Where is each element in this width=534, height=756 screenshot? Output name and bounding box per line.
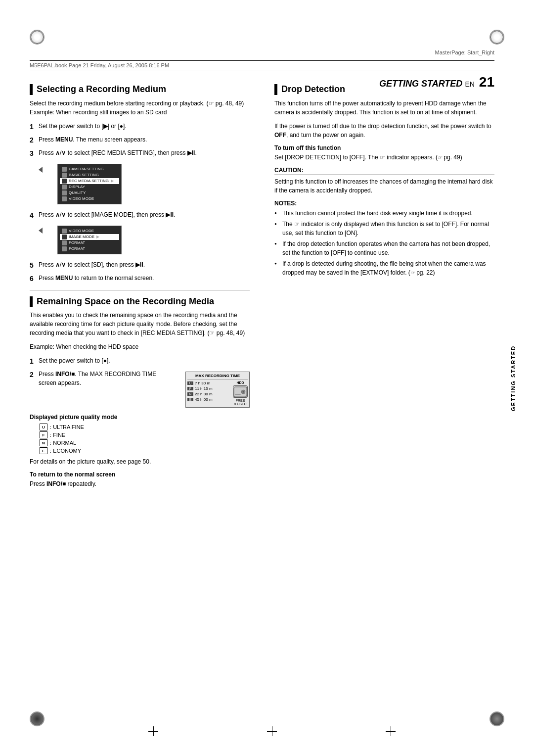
step-text-4: Press ∧/∨ to select [IMAGE MODE], then p… (39, 210, 250, 221)
step-num-1: 1 (30, 122, 37, 132)
recording-screen: MAX RECORDING TIME U 7 h 30 m F (185, 372, 250, 408)
menu-item-video2: VIDEO MODE (60, 228, 119, 234)
note-item-2: If the drop detection function operates … (274, 239, 494, 257)
step-text-3: Press ∧/∨ to select [REC MEDIA SETTING],… (39, 148, 250, 159)
note-item-1: The ☞ indicator is only displayed when t… (274, 220, 494, 237)
step-4: 4 Press ∧/∨ to select [IMAGE MODE], then… (30, 210, 250, 221)
caution-text: Setting this function to off increases t… (274, 177, 494, 195)
step-s2-num-1: 1 (30, 356, 37, 367)
rec-label-e: E (187, 398, 193, 401)
quality-label-e: : ECONOMY (50, 448, 81, 454)
to-turn-off-title: To turn off this function (274, 144, 494, 151)
step-4-block: 4 Press ∧/∨ to select [IMAGE MODE], then… (30, 210, 250, 256)
corner-decoration-br (490, 711, 504, 726)
hdd-graphic: HDD FREE (233, 381, 248, 406)
menu-item-image-mode: IMAGE MODE▶ (60, 234, 119, 240)
hdd-used-label: 8 USED (234, 402, 246, 406)
rec-time-n: 22 h 30 m (195, 392, 213, 396)
step-text-2: Press MENU. The menu screen appears. (39, 135, 250, 145)
step-s2-text-1: Set the power switch to [●]. (39, 356, 250, 367)
quality-icon-e: E (40, 447, 47, 454)
step-text-6: Press MENU to return to the normal scree… (39, 274, 250, 284)
recording-row-1: F 11 h 15 m (187, 386, 230, 391)
step-6: 6 Press MENU to return to the normal scr… (30, 274, 250, 284)
step-s2-num-2: 2 (30, 370, 37, 387)
screen-body: U 7 h 30 m F 11 h 15 m N (187, 381, 248, 406)
section2-intro: This enables you to check the remaining … (30, 311, 250, 337)
section-drop-detection: Drop Detection This function turns off t… (274, 84, 494, 277)
hdd-free-label: FREE (236, 399, 245, 402)
menu-item-display: DISPLAY (60, 184, 119, 190)
menu-item-camera: CAMERA SETTING (60, 166, 119, 172)
quality-label-n: : NORMAL (50, 440, 76, 446)
section-selecting-recording-medium: Selecting a Recording Medium Select the … (30, 84, 250, 284)
section2-example: Example: When checking the HDD space (30, 342, 250, 351)
screen-title: MAX RECORDING TIME (187, 374, 248, 379)
menu-item-basic: BASIC SETTING (60, 172, 119, 178)
step-text-5: Press ∧/∨ to select [SD], then press ▶II… (39, 260, 250, 271)
quality-fine: F : FINE (40, 431, 250, 438)
caution-box: CAUTION: Setting this function to off in… (274, 167, 494, 195)
rec-label-u: U (187, 381, 193, 385)
quality-label-u: : ULTRA FINE (50, 424, 84, 430)
quality-label-f: : FINE (50, 432, 65, 438)
corner-decoration-tl (30, 30, 44, 45)
section1-intro: Select the recording medium before start… (30, 99, 250, 117)
right-column: Drop Detection This function turns off t… (272, 84, 494, 707)
rec-time-u: 7 h 30 m (195, 381, 210, 385)
menu-screenshot-1: CAMERA SETTING BASIC SETTING REC MEDIA S… (57, 164, 122, 204)
menu-item-format2: FORMAT (60, 246, 119, 252)
quality-note: For details on the picture quality, see … (30, 457, 250, 466)
quality-ultra-fine: U : ULTRA FINE (40, 424, 250, 430)
step-3: 3 Press ∧/∨ to select [REC MEDIA SETTING… (30, 148, 250, 159)
section-remaining-space: Remaining Space on the Recording Media T… (30, 296, 250, 489)
step-s2-2-block: 2 Press INFO/■. The MAX RECORDING TIME s… (30, 370, 250, 410)
corner-decoration-tr (490, 30, 504, 45)
svg-point-2 (243, 391, 244, 392)
quality-icon-n: N (40, 439, 47, 446)
rec-label-n: N (187, 392, 193, 396)
step-num-4: 4 (30, 210, 37, 221)
svg-rect-3 (235, 394, 241, 395)
step-num-5: 5 (30, 260, 37, 271)
recording-row-0: U 7 h 30 m (187, 381, 230, 385)
note-item-0: This function cannot protect the hard di… (274, 209, 494, 218)
recording-rows: U 7 h 30 m F 11 h 15 m N (187, 381, 230, 406)
step-1: 1 Set the power switch to [▶] or [●]. (30, 122, 250, 132)
step-s2-2: 2 Press INFO/■. The MAX RECORDING TIME s… (30, 370, 171, 387)
file-info-bar: M5E6PAL.book Page 21 Friday, August 26, … (30, 60, 494, 70)
menu-item-quality: QUALITY (60, 190, 119, 196)
page-container: MasterPage: Start_Right M5E6PAL.book Pag… (0, 0, 534, 756)
menu-item-format1: FORMAT (60, 240, 119, 246)
displayed-picture-label: Displayed picture quality mode (30, 414, 250, 421)
recording-row-3: E 45 h 00 m (187, 397, 230, 402)
quality-normal: N : NORMAL (40, 439, 250, 446)
sidebar-vertical-text: GETTING STARTED (507, 99, 519, 657)
drop-detection-body: If the power is turned off due to the dr… (274, 122, 494, 140)
master-page-label: MasterPage: Start_Right (435, 49, 494, 55)
section-divider (30, 290, 250, 290)
section1-title: Selecting a Recording Medium (30, 84, 250, 95)
note-item-3: If a drop is detected during shooting, t… (274, 259, 494, 277)
step-num-2: 2 (30, 135, 37, 145)
content-area: Selecting a Recording Medium Select the … (30, 84, 494, 707)
step-s2-text-2: Press INFO/■. The MAX RECORDING TIME scr… (39, 370, 171, 387)
quality-modes: U : ULTRA FINE F : FINE N : NORMAL E : E… (40, 424, 250, 454)
drop-detection-title: Drop Detection (274, 84, 494, 95)
step-num-3: 3 (30, 148, 37, 159)
to-return-text: Press INFO/■ repeatedly. (30, 479, 250, 488)
left-column: Selecting a Recording Medium Select the … (30, 84, 257, 707)
rec-time-f: 11 h 15 m (195, 386, 213, 391)
rec-label-f: F (187, 387, 193, 390)
menu-screenshot-2: VIDEO MODE IMAGE MODE▶ FORMAT FORMAT (57, 226, 122, 254)
to-return-title: To return to the normal screen (30, 471, 250, 478)
step-s2-1: 1 Set the power switch to [●]. (30, 356, 250, 367)
menu-item-video: VIDEO MODE (60, 196, 119, 202)
notes-title: NOTES: (274, 200, 494, 207)
quality-icon-f: F (40, 431, 47, 438)
step-num-6: 6 (30, 274, 37, 284)
rec-time-e: 45 h 00 m (195, 397, 213, 402)
to-turn-off-text: Set [DROP DETECTION] to [OFF]. The ☞ ind… (274, 153, 494, 162)
step-5: 5 Press ∧/∨ to select [SD], then press ▶… (30, 260, 250, 271)
step-text-1: Set the power switch to [▶] or [●]. (39, 122, 250, 132)
